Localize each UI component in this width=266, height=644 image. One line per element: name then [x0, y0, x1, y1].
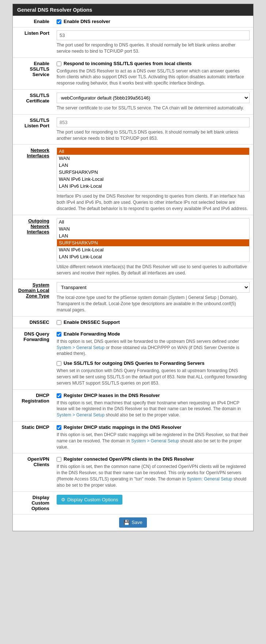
enable-checkbox-label[interactable]: Enable DNS resolver	[57, 19, 250, 24]
network-interfaces-link[interactable]: NetworkInterfaces	[27, 147, 49, 158]
ni-option-lan-ipv6[interactable]: LAN IPv6 Link-Local	[57, 183, 249, 190]
dhcp-system-setup-link[interactable]: System > General Setup	[57, 412, 104, 418]
listen-port-row: Listen Port The port used for responding…	[13, 27, 253, 58]
display-custom-options-content: Display Custom Options	[53, 491, 253, 514]
display-custom-options-button-label: Display Custom Options	[67, 497, 118, 502]
openvpn-clients-checkbox[interactable]	[57, 457, 61, 462]
dhcp-registration-content: Register DHCP leases in the DNS Resolver…	[53, 389, 253, 421]
oi-option-lan[interactable]: LAN	[57, 232, 249, 239]
zone-type-help: The local-zone type used for the pfSense…	[57, 295, 250, 313]
listen-port-content: The port used for responding to DNS quer…	[53, 27, 253, 58]
oi-option-lan-ipv6[interactable]: LAN IPv6 Link-Local	[57, 253, 249, 260]
outgoing-interfaces-help: Utilize different network interface(s) t…	[57, 264, 250, 276]
static-dhcp-help: If this option is set, then DHCP static …	[57, 432, 250, 450]
save-icon	[123, 520, 130, 525]
ni-option-lan[interactable]: LAN	[57, 162, 249, 169]
ssl-tls-service-checkbox-label[interactable]: Respond to incoming SSL/TLS queries from…	[57, 61, 250, 66]
openvpn-clients-row: OpenVPNClients Register connected OpenVP…	[13, 453, 253, 491]
ssl-tls-service-row: EnableSSL/TLSService Respond to incoming…	[13, 57, 253, 89]
static-dhcp-content: Register DHCP static mappings in the DNS…	[53, 421, 253, 453]
oi-option-all[interactable]: All	[57, 218, 249, 225]
outgoing-interfaces-link[interactable]: OutgoingNetworkInterfaces	[27, 218, 49, 235]
network-interfaces-label: NetworkInterfaces	[13, 145, 53, 215]
dnssec-checkbox-text: Enable DNSSEC Support	[64, 319, 120, 325]
ni-option-wan-ipv6[interactable]: WAN IPv6 Link-Local	[57, 176, 249, 183]
save-button[interactable]: Save	[119, 517, 147, 528]
dns-forwarding-checkbox-label[interactable]: Enable Forwarding Mode	[57, 331, 250, 337]
listen-port-help: The port used for responding to DNS quer…	[57, 42, 250, 55]
static-dhcp-checkbox[interactable]	[57, 425, 61, 430]
ssl-tls-service-checkbox[interactable]	[57, 61, 61, 66]
dhcp-registration-help: If this option is set, then machines tha…	[57, 400, 250, 418]
oi-option-surf-ipv6[interactable]: SURFSHARKVPN IPv6 Link-Local	[57, 260, 249, 262]
form-table: Enable Enable DNS resolver Listen Port T…	[13, 16, 253, 531]
display-custom-options-label: DisplayCustomOptions	[13, 491, 53, 514]
enable-checkbox[interactable]	[57, 19, 61, 24]
enable-row: Enable Enable DNS resolver	[13, 16, 253, 27]
save-button-label: Save	[132, 520, 142, 525]
dnssec-content: Enable DNSSEC Support	[53, 316, 253, 328]
oi-option-wan[interactable]: WAN	[57, 225, 249, 232]
dns-forwarding-checkbox[interactable]	[57, 332, 61, 337]
ssl-listen-port-row: SSL/TLSListen Port The port used for res…	[13, 114, 253, 145]
dhcp-registration-label: DHCPRegistration	[13, 389, 53, 421]
static-dhcp-checkbox-label[interactable]: Register DHCP static mappings in the DNS…	[57, 424, 250, 430]
network-interfaces-help: Interface IPs used by the DNS Resolver f…	[57, 193, 250, 211]
ssl-tls-service-checkbox-text: Respond to incoming SSL/TLS queries from…	[64, 61, 191, 66]
dhcp-registration-checkbox-label[interactable]: Register DHCP leases in the DNS Resolver	[57, 393, 250, 398]
openvpn-system-setup-link[interactable]: System: General Setup	[187, 476, 232, 482]
network-interfaces-content: All WAN LAN SURFSHARKVPN WAN IPv6 Link-L…	[53, 145, 253, 215]
outgoing-interfaces-wrap: All WAN LAN SURFSHARKVPN WAN IPv6 Link-L…	[57, 218, 250, 262]
network-interfaces-select[interactable]: All WAN LAN SURFSHARKVPN WAN IPv6 Link-L…	[57, 147, 250, 191]
openvpn-clients-content: Register connected OpenVPN clients in th…	[53, 453, 253, 491]
dns-forwarding-checkbox-text: Enable Forwarding Mode	[64, 331, 120, 337]
dhcp-registration-row: DHCPRegistration Register DHCP leases in…	[13, 389, 253, 421]
listen-port-label: Listen Port	[13, 27, 53, 58]
ssl-forwarding-checkbox-text: Use SSL/TLS for outgoing DNS Queries to …	[64, 360, 205, 366]
ssl-tls-cert-help: The server certificate to use for SSL/TL…	[57, 105, 250, 111]
zone-type-link[interactable]: SystemDomain LocalZone Type	[18, 282, 49, 299]
listen-port-input[interactable]	[57, 30, 250, 40]
ssl-tls-cert-select[interactable]: webConfigurator default (5bbb199a56146)	[57, 93, 250, 103]
system-general-setup-link-1[interactable]: System > General Setup	[57, 345, 104, 350]
dnssec-checkbox[interactable]	[57, 320, 61, 325]
display-custom-options-button[interactable]: Display Custom Options	[57, 495, 122, 505]
zone-type-content: Transparent The local-zone type used for…	[53, 279, 253, 316]
openvpn-clients-checkbox-label[interactable]: Register connected OpenVPN clients in th…	[57, 456, 250, 462]
dnssec-checkbox-label[interactable]: Enable DNSSEC Support	[57, 319, 250, 325]
dnssec-label: DNSSEC	[13, 316, 53, 328]
static-dhcp-row: Static DHCP Register DHCP static mapping…	[13, 421, 253, 453]
save-row: Save	[13, 514, 253, 531]
outgoing-interfaces-select[interactable]: All WAN LAN SURFSHARKVPN WAN IPv6 Link-L…	[57, 218, 250, 262]
ssl-tls-cert-row: SSL/TLSCertificate webConfigurator defau…	[13, 89, 253, 114]
panel-title: General DNS Resolver Options	[13, 4, 253, 16]
dnssec-row: DNSSEC Enable DNSSEC Support	[13, 316, 253, 328]
ssl-listen-port-help: The port used for responding to SSL/TLS …	[57, 129, 250, 142]
oi-option-surfsharkvpn[interactable]: SURFSHARKVPN	[57, 239, 249, 246]
ni-option-surfsharkvpn[interactable]: SURFSHARKVPN	[57, 169, 249, 176]
ssl-forwarding-checkbox[interactable]	[57, 361, 61, 366]
dhcp-registration-checkbox-text: Register DHCP leases in the DNS Resolver	[64, 393, 160, 398]
outgoing-interfaces-label: OutgoingNetworkInterfaces	[13, 215, 53, 279]
static-dhcp-system-setup-link[interactable]: System > General Setup	[131, 438, 179, 443]
enable-label: Enable	[13, 16, 53, 27]
ssl-tls-service-label: EnableSSL/TLSService	[13, 57, 53, 89]
static-dhcp-checkbox-text: Register DHCP static mappings in the DNS…	[64, 424, 182, 430]
network-interfaces-wrap: All WAN LAN SURFSHARKVPN WAN IPv6 Link-L…	[57, 147, 250, 191]
ni-option-all[interactable]: All	[57, 148, 249, 155]
openvpn-clients-help: If this option is set, then the common n…	[57, 464, 250, 488]
ssl-forwarding-checkbox-label[interactable]: Use SSL/TLS for outgoing DNS Queries to …	[57, 360, 250, 366]
ssl-listen-port-content: The port used for responding to SSL/TLS …	[53, 114, 253, 145]
ssl-listen-port-input[interactable]	[57, 117, 250, 127]
zone-type-select[interactable]: Transparent	[57, 282, 250, 293]
outgoing-interfaces-row: OutgoingNetworkInterfaces All WAN LAN SU…	[13, 215, 253, 279]
ni-option-wan[interactable]: WAN	[57, 155, 249, 162]
ssl-forwarding-section: Use SSL/TLS for outgoing DNS Queries to …	[57, 360, 250, 386]
outgoing-interfaces-content: All WAN LAN SURFSHARKVPN WAN IPv6 Link-L…	[53, 215, 253, 279]
dhcp-registration-checkbox[interactable]	[57, 393, 61, 398]
ni-option-surf-ipv6[interactable]: SURFSHARKVPN IPv6 Link-Local	[57, 190, 249, 191]
openvpn-clients-label: OpenVPNClients	[13, 453, 53, 491]
oi-option-wan-ipv6[interactable]: WAN IPv6 Link-Local	[57, 246, 249, 253]
save-cell: Save	[13, 514, 253, 531]
dns-query-forwarding-label: DNS QueryForwarding	[13, 328, 53, 389]
